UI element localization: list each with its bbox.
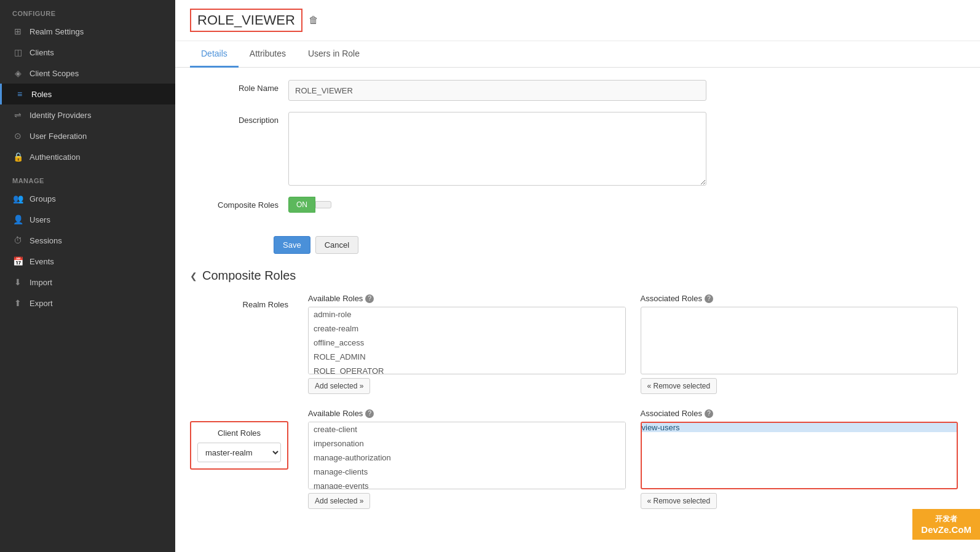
client-roles-label: Client Roles bbox=[197, 428, 281, 438]
client-available-help-icon[interactable]: ? bbox=[365, 409, 374, 418]
cancel-button[interactable]: Cancel bbox=[315, 236, 358, 254]
tab-attributes[interactable]: Attributes bbox=[239, 41, 297, 68]
client-associated-col: Associated Roles ? view-users « Remove s… bbox=[633, 409, 966, 509]
tab-users-in-role[interactable]: Users in Role bbox=[297, 41, 371, 68]
composite-roles-toggle: ON bbox=[288, 197, 331, 213]
composite-roles-title: ❮ Composite Roles bbox=[190, 269, 965, 283]
sidebar-item-roles[interactable]: ≡ Roles bbox=[0, 84, 175, 104]
sidebar-item-label: Export bbox=[30, 299, 53, 308]
list-item[interactable]: manage-clients bbox=[309, 465, 625, 479]
sidebar-item-import[interactable]: ⬇ Import bbox=[0, 272, 175, 293]
watermark-line2: DevZe.CoM bbox=[921, 524, 971, 535]
users-icon: 👤 bbox=[12, 215, 23, 224]
list-item[interactable]: create-realm bbox=[309, 321, 625, 336]
chevron-down-icon: ❮ bbox=[190, 271, 197, 281]
devze-watermark: 开发者 DevZe.CoM bbox=[912, 509, 980, 540]
composite-roles-label: Composite Roles bbox=[190, 197, 288, 210]
identity-providers-icon: ⇌ bbox=[12, 110, 23, 120]
client-associated-help-icon[interactable]: ? bbox=[705, 409, 713, 418]
sidebar-item-authentication[interactable]: 🔒 Authentication bbox=[0, 146, 175, 167]
page-title: ROLE_VIEWER bbox=[190, 9, 302, 32]
description-row: Description bbox=[190, 112, 965, 186]
manage-section-label: Manage bbox=[0, 167, 175, 188]
toggle-off-button[interactable] bbox=[315, 201, 331, 208]
client-roles-select[interactable]: master-realm account broker bbox=[197, 443, 281, 462]
sidebar-item-events[interactable]: 📅 Events bbox=[0, 251, 175, 272]
watermark-line1: 开发者 bbox=[921, 514, 971, 524]
list-item[interactable]: view-users bbox=[642, 423, 957, 432]
sidebar-item-realm-settings[interactable]: ⊞ Realm Settings bbox=[0, 21, 175, 42]
list-item[interactable]: ROLE_ADMIN bbox=[309, 350, 625, 364]
sidebar-item-label: Clients bbox=[30, 48, 54, 57]
list-item[interactable]: ROLE_OPERATOR bbox=[309, 364, 625, 374]
realm-associated-list[interactable] bbox=[641, 307, 958, 374]
sidebar-item-groups[interactable]: 👥 Groups bbox=[0, 188, 175, 209]
roles-icon: ≡ bbox=[14, 89, 25, 99]
composite-roles-section: ❮ Composite Roles Realm Roles Available … bbox=[175, 269, 980, 538]
realm-roles-label: Realm Roles bbox=[190, 294, 301, 394]
list-item[interactable]: offline_access bbox=[309, 336, 625, 350]
sidebar-item-sessions[interactable]: ⏱ Sessions bbox=[0, 230, 175, 251]
realm-associated-help-icon[interactable]: ? bbox=[705, 294, 713, 303]
realm-associated-col: Associated Roles ? « Remove selected bbox=[633, 294, 966, 394]
list-item[interactable]: manage-events bbox=[309, 479, 625, 489]
sidebar-item-label: Authentication bbox=[30, 152, 80, 162]
page-header: ROLE_VIEWER 🗑 bbox=[175, 0, 980, 41]
clients-icon: ◫ bbox=[12, 47, 23, 57]
list-item[interactable]: create-client bbox=[309, 422, 625, 436]
role-name-label: Role Name bbox=[190, 80, 288, 93]
import-icon: ⬇ bbox=[12, 277, 23, 287]
description-label: Description bbox=[190, 112, 288, 125]
sidebar-item-label: Users bbox=[30, 215, 50, 224]
list-item[interactable]: admin-role bbox=[309, 307, 625, 321]
realm-available-header: Available Roles ? bbox=[308, 294, 626, 303]
export-icon: ⬆ bbox=[12, 298, 23, 308]
groups-icon: 👥 bbox=[12, 194, 23, 203]
authentication-icon: 🔒 bbox=[12, 152, 23, 162]
client-roles-grid: Client Roles master-realm account broker… bbox=[190, 409, 965, 509]
sidebar-item-label: Client Scopes bbox=[30, 69, 79, 78]
list-item[interactable]: impersonation bbox=[309, 436, 625, 451]
sidebar-item-clients[interactable]: ◫ Clients bbox=[0, 42, 175, 63]
client-roles-label-col: Client Roles master-realm account broker bbox=[190, 409, 301, 509]
sidebar-item-users[interactable]: 👤 Users bbox=[0, 209, 175, 230]
realm-available-list[interactable]: admin-role create-realm offline_access R… bbox=[308, 307, 626, 374]
client-scopes-icon: ◈ bbox=[12, 68, 23, 78]
description-textarea[interactable] bbox=[288, 112, 706, 186]
sidebar-item-export[interactable]: ⬆ Export bbox=[0, 293, 175, 313]
realm-add-selected-button[interactable]: Add selected » bbox=[308, 378, 370, 394]
sidebar-item-label: Groups bbox=[30, 194, 56, 203]
client-associated-label: Associated Roles bbox=[641, 409, 702, 418]
composite-roles-heading: Composite Roles bbox=[202, 269, 296, 283]
action-buttons: Save Cancel bbox=[274, 236, 980, 254]
realm-remove-selected-button[interactable]: « Remove selected bbox=[641, 378, 717, 394]
client-available-col: Available Roles ? create-client imperson… bbox=[301, 409, 633, 509]
client-roles-box: Client Roles master-realm account broker bbox=[190, 421, 288, 470]
realm-associated-label: Associated Roles bbox=[641, 294, 702, 303]
sidebar-item-label: Import bbox=[30, 278, 52, 287]
sidebar-item-client-scopes[interactable]: ◈ Client Scopes bbox=[0, 63, 175, 84]
list-item[interactable]: manage-authorization bbox=[309, 451, 625, 465]
role-name-input[interactable] bbox=[288, 80, 706, 101]
client-available-header: Available Roles ? bbox=[308, 409, 626, 418]
toggle-on-button[interactable]: ON bbox=[288, 197, 315, 213]
realm-settings-icon: ⊞ bbox=[12, 26, 23, 36]
client-remove-selected-button[interactable]: « Remove selected bbox=[641, 493, 717, 509]
realm-available-label: Available Roles bbox=[308, 294, 363, 303]
realm-available-help-icon[interactable]: ? bbox=[365, 294, 374, 303]
save-button[interactable]: Save bbox=[274, 236, 310, 254]
client-associated-list[interactable]: view-users bbox=[641, 422, 958, 489]
tab-details[interactable]: Details bbox=[190, 41, 239, 68]
form-area: Role Name Description Composite Roles ON bbox=[175, 68, 980, 236]
sidebar-item-user-federation[interactable]: ⊙ User Federation bbox=[0, 125, 175, 146]
sidebar: Configure ⊞ Realm Settings ◫ Clients ◈ C… bbox=[0, 0, 175, 552]
composite-roles-row: Composite Roles ON bbox=[190, 197, 965, 213]
client-add-selected-button[interactable]: Add selected » bbox=[308, 493, 370, 509]
delete-role-icon[interactable]: 🗑 bbox=[309, 15, 318, 26]
realm-roles-grid: Realm Roles Available Roles ? admin-role… bbox=[190, 294, 965, 394]
configure-section-label: Configure bbox=[0, 0, 175, 21]
sidebar-item-label: User Federation bbox=[30, 132, 87, 141]
sidebar-item-identity-providers[interactable]: ⇌ Identity Providers bbox=[0, 104, 175, 125]
events-icon: 📅 bbox=[12, 256, 23, 266]
client-available-list[interactable]: create-client impersonation manage-autho… bbox=[308, 422, 626, 489]
